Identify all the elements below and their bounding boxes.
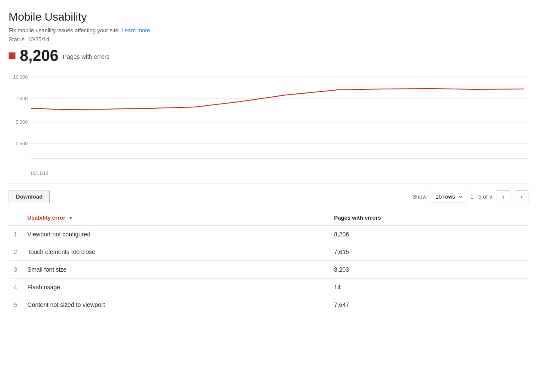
- table-body: 1 Viewport not configured 8,206 2 Touch …: [9, 226, 528, 314]
- col-error[interactable]: Usability error ▼: [22, 210, 329, 226]
- svg-text:10,000: 10,000: [13, 74, 27, 80]
- row-num: 3: [9, 261, 22, 279]
- table-row: 1 Viewport not configured 8,206: [9, 226, 528, 243]
- table-row: 2 Touch elements too close 7,615: [9, 243, 528, 261]
- row-pages: 7,615: [329, 243, 528, 261]
- row-pages: 8,206: [329, 226, 528, 243]
- svg-text:5,000: 5,000: [16, 119, 28, 125]
- learn-more-link[interactable]: Learn more.: [122, 27, 152, 34]
- download-button[interactable]: Download: [9, 190, 50, 203]
- chart-svg: 10,000 7,500 5,000 2,500: [9, 73, 528, 167]
- subtitle-text: Fix mobile usability issues affecting yo…: [9, 27, 120, 34]
- row-error: Viewport not configured: [22, 226, 329, 243]
- row-num: 1: [9, 226, 22, 243]
- chart-area: 10,000 7,500 5,000 2,500: [9, 73, 528, 167]
- row-error: Small font size: [22, 261, 329, 279]
- show-label: Show: [412, 193, 427, 200]
- metric-count: 8,206: [20, 47, 58, 65]
- data-table: Usability error ▼ Pages with errors 1 Vi…: [9, 210, 528, 313]
- metric-swatch: [9, 52, 15, 59]
- row-num: 2: [9, 243, 22, 261]
- toolbar-right: Show 10 rows 25 rows 50 rows 1 - 5 of 5 …: [412, 190, 528, 203]
- metric-row: 8,206 Pages with errors: [9, 47, 528, 65]
- table-row: 5 Content not sized to viewport 7,647: [9, 296, 528, 314]
- row-error: Content not sized to viewport: [22, 296, 329, 314]
- subtitle: Fix mobile usability issues affecting yo…: [9, 27, 528, 34]
- row-num: 4: [9, 279, 22, 296]
- next-page-button[interactable]: ›: [515, 190, 528, 203]
- row-error: Flash usage: [22, 279, 329, 296]
- col-num: [9, 210, 22, 226]
- rows-select[interactable]: 10 rows 25 rows 50 rows: [431, 191, 466, 202]
- table-row: 3 Small font size 8,203: [9, 261, 528, 279]
- metric-label: Pages with errors: [63, 53, 110, 60]
- status-text: Status: 10/25/14: [9, 36, 528, 43]
- row-num: 5: [9, 296, 22, 314]
- svg-text:2,500: 2,500: [16, 141, 28, 146]
- col-pages: Pages with errors: [329, 210, 528, 226]
- row-pages: 8,203: [329, 261, 528, 279]
- sort-arrow: ▼: [69, 216, 73, 220]
- row-pages: 7,647: [329, 296, 528, 314]
- chart-x-label: 10/11/14: [9, 171, 528, 176]
- table-header: Usability error ▼ Pages with errors: [9, 210, 528, 226]
- prev-page-button[interactable]: ‹: [497, 190, 510, 203]
- row-pages: 14: [329, 279, 528, 296]
- row-error: Touch elements too close: [22, 243, 329, 261]
- table-row: 4 Flash usage 14: [9, 279, 528, 296]
- svg-text:7,500: 7,500: [16, 96, 28, 101]
- toolbar: Download Show 10 rows 25 rows 50 rows 1 …: [9, 184, 528, 203]
- page-title: Mobile Usability: [9, 10, 528, 24]
- pagination-info: 1 - 5 of 5: [470, 193, 492, 200]
